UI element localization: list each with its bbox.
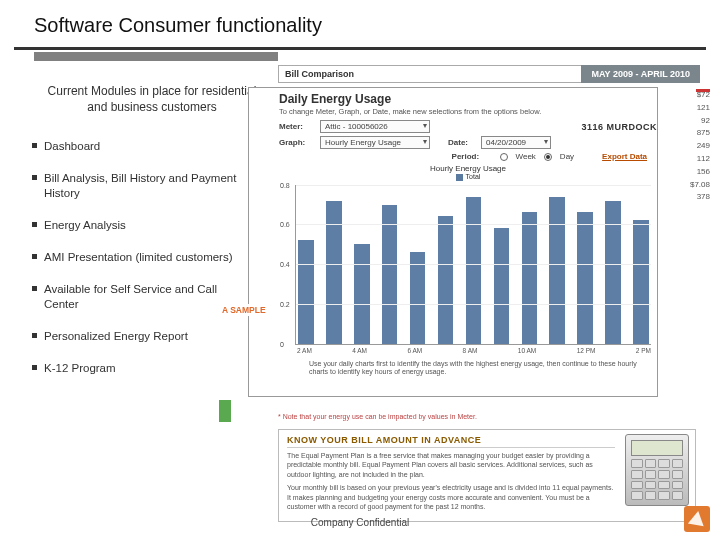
date-select[interactable]: 04/20/2009 [481, 136, 551, 149]
usage-tip: Use your daily charts first to identify … [309, 360, 649, 377]
chart-bar [298, 240, 314, 343]
module-list-item: Energy Analysis [32, 218, 252, 233]
title-rule [14, 47, 706, 50]
intro-text: Current Modules in place for residential… [42, 83, 262, 115]
sidebar-value: 156 [684, 166, 710, 179]
graph-select[interactable]: Hourly Energy Usage [320, 136, 430, 149]
know-bill-p1: The Equal Payment Plan is a free service… [287, 451, 615, 479]
graph-label: Graph: [279, 138, 315, 147]
chart-bar [410, 252, 426, 343]
y-tick-label: 0.4 [280, 261, 290, 268]
week-option: Week [516, 152, 536, 161]
period-label: Period: [452, 152, 492, 161]
left-column: Current Modules in place for residential… [14, 61, 278, 393]
calculator-icon [625, 434, 689, 506]
footer-text: Company Confidential [0, 517, 720, 528]
right-column: Bill Comparison MAY 2009 - APRIL 2010 $7… [278, 61, 706, 393]
module-list-item: Bill Analysis, Bill History and Payment … [32, 171, 252, 201]
gridline [296, 264, 651, 265]
chart-bar [326, 201, 342, 344]
gridline [296, 304, 651, 305]
content-row: Current Modules in place for residential… [0, 61, 720, 393]
x-tick-label: 6 AM [407, 347, 422, 354]
y-tick-label: 0.8 [280, 181, 290, 188]
legend-label: Total [466, 173, 481, 180]
x-tick-label: 2 AM [297, 347, 312, 354]
x-axis-ticks: 2 AM4 AM6 AM8 AM10 AM12 PM2 PM [297, 347, 651, 354]
gridline [296, 224, 651, 225]
legend-swatch [456, 174, 463, 181]
day-radio[interactable] [544, 153, 552, 161]
date-range-header: MAY 2009 - APRIL 2010 [581, 65, 700, 83]
module-list-item: Dashboard [32, 139, 252, 154]
x-tick-label: 10 AM [518, 347, 536, 354]
chart-bar [466, 197, 482, 344]
sidebar-value: 249 [684, 140, 710, 153]
day-option: Day [560, 152, 574, 161]
page-title: Software Consumer functionality [0, 0, 720, 47]
daily-usage-title: Daily Energy Usage [279, 88, 657, 107]
daily-usage-subtitle: To change Meter, Graph, or Date, make ne… [279, 107, 657, 116]
chart-bar [549, 197, 565, 344]
sidebar-value: 92 [684, 115, 710, 128]
sidebar-value: 121 [684, 102, 710, 115]
chart-bar [438, 216, 454, 343]
x-tick-label: 12 PM [577, 347, 596, 354]
x-tick-label: 2 PM [636, 347, 651, 354]
meter-select[interactable]: Attic - 100056026 [320, 120, 430, 133]
export-link[interactable]: Export Data [602, 152, 647, 161]
chart-bar [633, 220, 649, 343]
green-accent [219, 400, 231, 422]
gridline [296, 185, 651, 186]
y-tick-label: 0.6 [280, 221, 290, 228]
date-label: Date: [448, 138, 476, 147]
daily-usage-panel: A SAMPLE Daily Energy Usage To change Me… [248, 87, 658, 397]
chart-legend: Total [279, 173, 657, 181]
module-list-item: K-12 Program [32, 361, 252, 376]
week-radio[interactable] [500, 153, 508, 161]
sidebar-value: $7.08 [684, 179, 710, 192]
y-tick-label: 0 [280, 340, 284, 347]
sidebar-value: 378 [684, 191, 710, 204]
know-bill-p2: Your monthly bill is based on your previ… [287, 483, 615, 511]
y-tick-label: 0.2 [280, 300, 290, 307]
chart-bar [354, 244, 370, 343]
grey-bar [34, 52, 278, 61]
sidebar-value: 875 [684, 127, 710, 140]
sidebar-values: $7212192875249112156$7.08378 [684, 89, 710, 204]
x-tick-label: 8 AM [463, 347, 478, 354]
red-footnote: * Note that your energy use can be impac… [278, 413, 477, 420]
chart-area: 00.20.40.60.8 [295, 185, 651, 345]
sidebar-value: $72 [684, 89, 710, 102]
know-bill-panel: KNOW YOUR BILL AMOUNT IN ADVANCE The Equ… [278, 429, 696, 522]
know-bill-header: KNOW YOUR BILL AMOUNT IN ADVANCE [287, 435, 615, 448]
sample-label: A SAMPLE [219, 304, 269, 316]
meter-label: Meter: [279, 122, 315, 131]
corner-logo-icon [684, 506, 710, 532]
chart-bar [577, 212, 593, 343]
module-list-item: Personalized Energy Report [32, 329, 252, 344]
chart-bar [522, 212, 538, 343]
chart-bar [494, 228, 510, 343]
chart-title: Hourly Energy Usage [279, 164, 657, 173]
sidebar-value: 112 [684, 153, 710, 166]
address-text: 3116 MURDOCK [581, 122, 657, 132]
x-tick-label: 4 AM [352, 347, 367, 354]
module-list-item: AMI Presentation (limited customers) [32, 250, 252, 265]
module-list: DashboardBill Analysis, Bill History and… [26, 139, 278, 375]
chart-bar [605, 201, 621, 344]
